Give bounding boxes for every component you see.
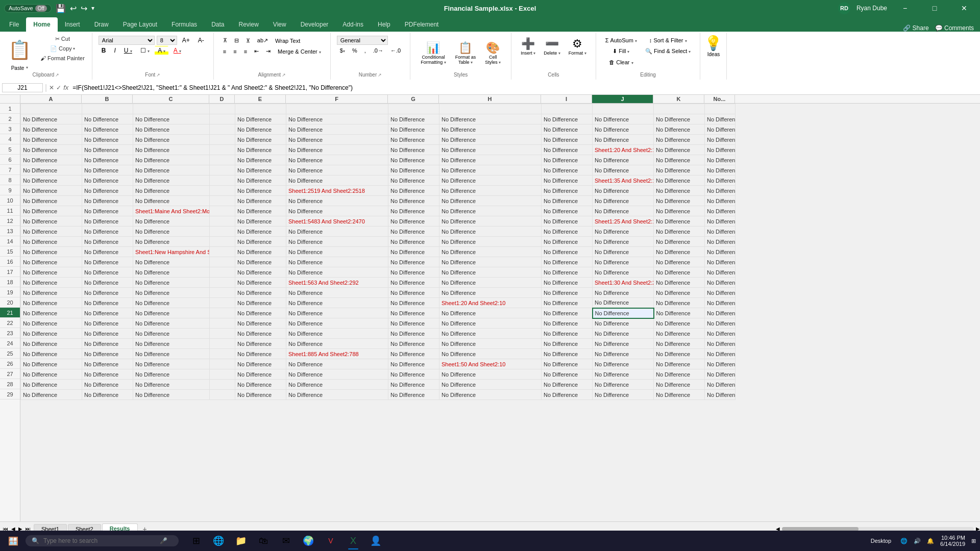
taskbar-app-other[interactable]: 👤	[365, 532, 386, 550]
fill-button[interactable]: ⬇ Fill ▾	[602, 46, 640, 56]
tab-home[interactable]: Home	[26, 17, 57, 32]
align-middle-button[interactable]: ⊟	[231, 36, 242, 45]
cell-D-15[interactable]	[210, 247, 235, 257]
cell-11-14[interactable]: No Difference	[705, 237, 736, 247]
formula-bar-cancel[interactable]: ✕	[49, 84, 54, 91]
cell-F-15[interactable]: No Difference	[286, 247, 388, 257]
cell-K-7[interactable]: No Difference	[654, 165, 705, 176]
cell-D-8[interactable]	[210, 176, 235, 186]
cell-G-25[interactable]: No Difference	[388, 349, 439, 359]
cell-C-16[interactable]: No Difference	[133, 257, 210, 267]
col-header-c[interactable]: C	[133, 95, 209, 103]
align-bottom-button[interactable]: ⊻	[243, 36, 253, 45]
taskbar-app-chrome[interactable]: 🌍	[298, 532, 318, 550]
cell-11-5[interactable]: No Difference	[705, 145, 736, 155]
insert-button[interactable]: ➕ Insert ▾	[518, 36, 538, 57]
cell-H-5[interactable]: No Difference	[439, 145, 542, 155]
cell-B-14[interactable]: No Difference	[82, 237, 133, 247]
share-button[interactable]: 🔗 Share	[903, 24, 928, 32]
cell-G-8[interactable]: No Difference	[388, 176, 439, 186]
cell-A-8[interactable]: No Difference	[21, 176, 82, 186]
align-right-button[interactable]: ≡	[241, 46, 250, 56]
cell-C-2[interactable]: No Difference	[133, 114, 210, 124]
cell-C-4[interactable]: No Difference	[133, 135, 210, 145]
cell-F-26[interactable]: No Difference	[286, 359, 388, 369]
cell-J-25[interactable]: No Difference	[593, 349, 654, 359]
col-header-g[interactable]: G	[388, 95, 439, 103]
paste-arrow[interactable]: ▾	[26, 65, 28, 71]
cell-I-8[interactable]: No Difference	[542, 176, 593, 186]
cell-A-6[interactable]: No Difference	[21, 155, 82, 165]
row-num-15[interactable]: 15	[0, 246, 20, 257]
cell-G-6[interactable]: No Difference	[388, 155, 439, 165]
cell-11-26[interactable]: No Difference	[705, 359, 736, 369]
tab-addins[interactable]: Add-ins	[335, 17, 371, 32]
cell-D-28[interactable]	[210, 380, 235, 390]
cell-11-24[interactable]: No Difference	[705, 339, 736, 349]
cell-11-18[interactable]: No Difference	[705, 278, 736, 288]
cell-C-27[interactable]: No Difference	[133, 369, 210, 380]
font-size-select[interactable]: 8 10 12 14	[157, 36, 177, 45]
cell-C-7[interactable]: No Difference	[133, 165, 210, 176]
cell-A-7[interactable]: No Difference	[21, 165, 82, 176]
cell-G-2[interactable]: No Difference	[388, 114, 439, 124]
cell-K-22[interactable]: No Difference	[654, 318, 705, 329]
tab-formulas[interactable]: Formulas	[164, 17, 204, 32]
cell-F-7[interactable]: No Difference	[286, 165, 388, 176]
cell-I-12[interactable]: No Difference	[542, 216, 593, 227]
cell-K-25[interactable]: No Difference	[654, 349, 705, 359]
cell-I-14[interactable]: No Difference	[542, 237, 593, 247]
row-num-25[interactable]: 25	[0, 348, 20, 359]
cell-K-14[interactable]: No Difference	[654, 237, 705, 247]
col-header-f[interactable]: F	[286, 95, 388, 103]
cell-F-21[interactable]: No Difference	[286, 308, 388, 318]
cell-J-29[interactable]: No Difference	[593, 390, 654, 400]
cell-D-11[interactable]	[210, 206, 235, 216]
cell-B-9[interactable]: No Difference	[82, 186, 133, 196]
cell-J-19[interactable]: No Difference	[593, 288, 654, 298]
cell-F-16[interactable]: No Difference	[286, 257, 388, 267]
cell-F-4[interactable]: No Difference	[286, 135, 388, 145]
cell-11-6[interactable]: No Difference	[705, 155, 736, 165]
cell-11-27[interactable]: No Difference	[705, 369, 736, 380]
bold-button[interactable]: B	[99, 46, 109, 55]
cell-F-25[interactable]: Sheet1:885 And Sheet2:788	[286, 349, 388, 359]
cell-E-27[interactable]: No Difference	[235, 369, 286, 380]
cell-K-13[interactable]: No Difference	[654, 227, 705, 237]
cell-K-19[interactable]: No Difference	[654, 288, 705, 298]
cell-A-14[interactable]: No Difference	[21, 237, 82, 247]
increase-indent-button[interactable]: ⇥	[263, 46, 274, 56]
undo-icon[interactable]: ↩	[70, 4, 77, 13]
cell-H-27[interactable]: No Difference	[439, 369, 542, 380]
cell-11-2[interactable]: No Difference	[705, 114, 736, 124]
cell-G-27[interactable]: No Difference	[388, 369, 439, 380]
cell-E-17[interactable]: No Difference	[235, 267, 286, 278]
cell-G-24[interactable]: No Difference	[388, 339, 439, 349]
network-icon[interactable]: 🌐	[900, 538, 908, 544]
taskbar-app-taskview[interactable]: ⊞	[186, 532, 206, 550]
cell-E-28[interactable]: No Difference	[235, 380, 286, 390]
cell-J-1[interactable]	[593, 104, 654, 114]
cell-K-9[interactable]: No Difference	[654, 186, 705, 196]
cell-D-21[interactable]	[210, 308, 235, 318]
cell-11-28[interactable]: No Difference	[705, 380, 736, 390]
cell-D-3[interactable]	[210, 124, 235, 135]
cell-J-11[interactable]: No Difference	[593, 206, 654, 216]
cell-A-18[interactable]: No Difference	[21, 278, 82, 288]
cell-K-29[interactable]: No Difference	[654, 390, 705, 400]
cell-G-1[interactable]	[388, 104, 439, 114]
cell-F-3[interactable]: No Difference	[286, 124, 388, 135]
cell-B-2[interactable]: No Difference	[82, 114, 133, 124]
cell-A-20[interactable]: No Difference	[21, 298, 82, 308]
cell-F-5[interactable]: No Difference	[286, 145, 388, 155]
cell-H-17[interactable]: No Difference	[439, 267, 542, 278]
cell-A-16[interactable]: No Difference	[21, 257, 82, 267]
cell-11-22[interactable]: No Difference	[705, 318, 736, 329]
orientation-button[interactable]: ab↗	[254, 36, 271, 45]
row-num-27[interactable]: 27	[0, 369, 20, 379]
cell-A-23[interactable]: No Difference	[21, 329, 82, 339]
row-num-24[interactable]: 24	[0, 338, 20, 348]
cell-I-4[interactable]: No Difference	[542, 135, 593, 145]
cell-A-2[interactable]: No Difference	[21, 114, 82, 124]
name-box[interactable]	[2, 83, 43, 92]
